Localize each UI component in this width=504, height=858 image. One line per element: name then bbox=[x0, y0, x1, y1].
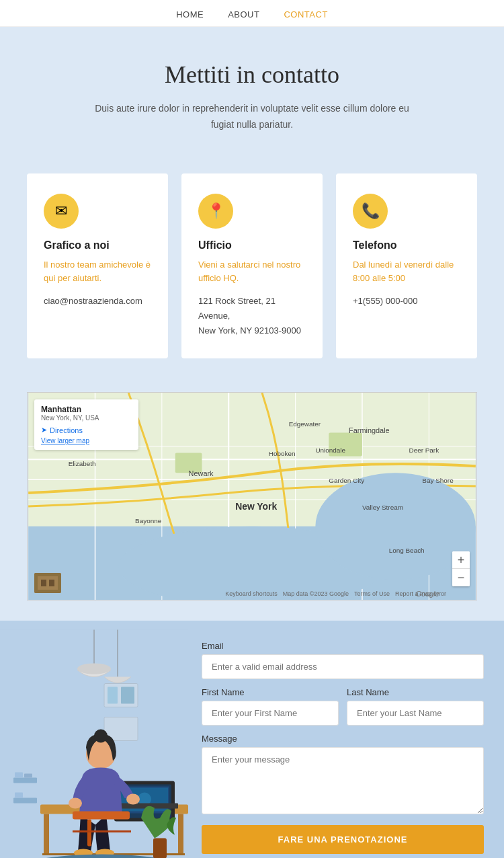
last-name-input[interactable] bbox=[347, 701, 484, 726]
svg-point-61 bbox=[94, 730, 108, 743]
card-email-detail: ciao@nostraazienda.com bbox=[44, 294, 151, 309]
first-name-label: First Name bbox=[202, 687, 339, 697]
last-name-form-group: Last Name bbox=[347, 687, 484, 726]
map-data-credit: Map data ©2023 Google bbox=[283, 590, 349, 597]
card-phone-detail: +1(555) 000-000 bbox=[353, 294, 460, 309]
map-container: New York Newark Hoboken Garden City Eliz… bbox=[27, 392, 477, 600]
svg-rect-51 bbox=[178, 814, 183, 855]
svg-rect-70 bbox=[153, 838, 167, 858]
hero-section: Mettiti in contatto Duis aute irure dolo… bbox=[0, 27, 504, 160]
svg-text:New York: New York bbox=[235, 501, 277, 512]
hero-subtitle: Duis aute irure dolor in reprehenderit i… bbox=[84, 101, 420, 133]
svg-rect-33 bbox=[38, 576, 58, 590]
svg-rect-42 bbox=[121, 687, 134, 704]
svg-text:Uniondale: Uniondale bbox=[315, 447, 345, 455]
location-icon: 📍 bbox=[198, 194, 233, 229]
map-info-overlay: Manhattan New York, NY, USA ➤ Directions… bbox=[34, 399, 138, 450]
card-phone-title: Telefono bbox=[353, 239, 460, 251]
directions-icon: ➤ bbox=[41, 426, 47, 434]
svg-rect-50 bbox=[44, 814, 49, 855]
last-name-label: Last Name bbox=[347, 687, 484, 697]
svg-text:Hoboken: Hoboken bbox=[269, 451, 296, 458]
card-phone-subtitle: Dal lunedì al venerdì dalle 8:00 alle 5:… bbox=[353, 258, 460, 286]
card-email-subtitle: Il nostro team amichevole è qui per aiut… bbox=[44, 258, 151, 286]
form-illustration bbox=[0, 621, 188, 858]
directions-label: Directions bbox=[50, 426, 83, 434]
nav-contact[interactable]: CONTACT bbox=[284, 9, 327, 20]
svg-text:Newark: Newark bbox=[189, 470, 214, 478]
svg-text:Deer Park: Deer Park bbox=[409, 447, 439, 455]
svg-text:Garden City: Garden City bbox=[329, 477, 364, 485]
svg-rect-41 bbox=[108, 687, 118, 704]
svg-rect-48 bbox=[15, 793, 23, 798]
card-office-detail: 121 Rock Street, 21 Avenue,New York, NY … bbox=[198, 294, 306, 338]
email-form-group: Email bbox=[202, 641, 484, 679]
svg-text:Valley Stream: Valley Stream bbox=[362, 504, 403, 511]
map-zoom-controls: + − bbox=[452, 551, 470, 586]
submit-button[interactable]: FARE UNA PRENOTAZIONE bbox=[202, 825, 484, 854]
map-street-view-thumbnail bbox=[34, 573, 61, 593]
nav-about[interactable]: ABOUT bbox=[228, 9, 259, 20]
svg-point-63 bbox=[126, 794, 140, 805]
email-icon: ✉ bbox=[44, 194, 79, 229]
contact-form: Email First Name Last Name Message FARE … bbox=[188, 621, 504, 858]
map-section: New York Newark Hoboken Garden City Eliz… bbox=[0, 392, 504, 621]
card-phone: 📞 Telefono Dal lunedì al venerdì dalle 8… bbox=[336, 173, 477, 359]
navigation: HOME ABOUT CONTACT bbox=[0, 0, 504, 27]
phone-icon: 📞 bbox=[353, 194, 388, 229]
svg-rect-67 bbox=[87, 820, 91, 847]
cards-section: ✉ Grafico a noi Il nostro team amichevol… bbox=[0, 160, 504, 393]
contact-cards: ✉ Grafico a noi Il nostro team amichevol… bbox=[27, 173, 477, 359]
svg-text:Bayonne: Bayonne bbox=[135, 517, 162, 524]
map-terms[interactable]: Terms of Use bbox=[354, 590, 390, 597]
map-view-larger[interactable]: View larger map bbox=[41, 437, 132, 444]
email-label: Email bbox=[202, 641, 484, 651]
map-keyboard-shortcuts[interactable]: Keyboard shortcuts bbox=[225, 590, 278, 597]
nav-home[interactable]: HOME bbox=[176, 9, 204, 20]
svg-rect-34 bbox=[41, 580, 46, 586]
svg-point-62 bbox=[69, 798, 82, 809]
message-label: Message bbox=[202, 734, 484, 744]
card-office-title: Ufficio bbox=[198, 239, 306, 251]
first-name-form-group: First Name bbox=[202, 687, 339, 726]
map-location-sub: New York, NY, USA bbox=[41, 414, 132, 422]
form-section: Email First Name Last Name Message FARE … bbox=[0, 621, 504, 858]
map-report[interactable]: Report a map error bbox=[395, 590, 446, 597]
svg-rect-44 bbox=[13, 778, 37, 783]
map-directions-button[interactable]: ➤ Directions bbox=[41, 426, 132, 434]
svg-rect-35 bbox=[49, 580, 54, 586]
svg-rect-45 bbox=[15, 773, 23, 778]
svg-text:Bay Shore: Bay Shore bbox=[422, 477, 454, 485]
map-footer: Keyboard shortcuts Map data ©2023 Google… bbox=[225, 590, 446, 597]
card-office-subtitle: Vieni a salutarci nel nostro ufficio HQ. bbox=[198, 258, 306, 286]
svg-text:Farmingdale: Farmingdale bbox=[349, 426, 390, 434]
message-textarea[interactable] bbox=[202, 747, 484, 814]
map-zoom-in[interactable]: + bbox=[452, 551, 470, 569]
name-form-row: First Name Last Name bbox=[202, 687, 484, 726]
first-name-input[interactable] bbox=[202, 701, 339, 726]
svg-rect-46 bbox=[24, 774, 32, 778]
card-email-title: Grafico a noi bbox=[44, 239, 151, 251]
card-office: 📍 Ufficio Vieni a salutarci nel nostro u… bbox=[181, 173, 323, 359]
map-zoom-out[interactable]: − bbox=[452, 569, 470, 586]
svg-point-38 bbox=[77, 664, 111, 674]
message-form-group: Message bbox=[202, 734, 484, 817]
svg-rect-47 bbox=[13, 798, 37, 804]
svg-rect-66 bbox=[73, 812, 130, 820]
email-input[interactable] bbox=[202, 654, 484, 679]
page-title: Mettiti in contatto bbox=[40, 61, 464, 89]
card-email: ✉ Grafico a noi Il nostro team amichevol… bbox=[27, 173, 168, 359]
map-location-name: Manhattan bbox=[41, 405, 132, 414]
svg-text:Long Beach: Long Beach bbox=[389, 547, 425, 555]
svg-text:Edgewater: Edgewater bbox=[289, 420, 321, 428]
svg-text:Elizabeth: Elizabeth bbox=[69, 461, 96, 468]
